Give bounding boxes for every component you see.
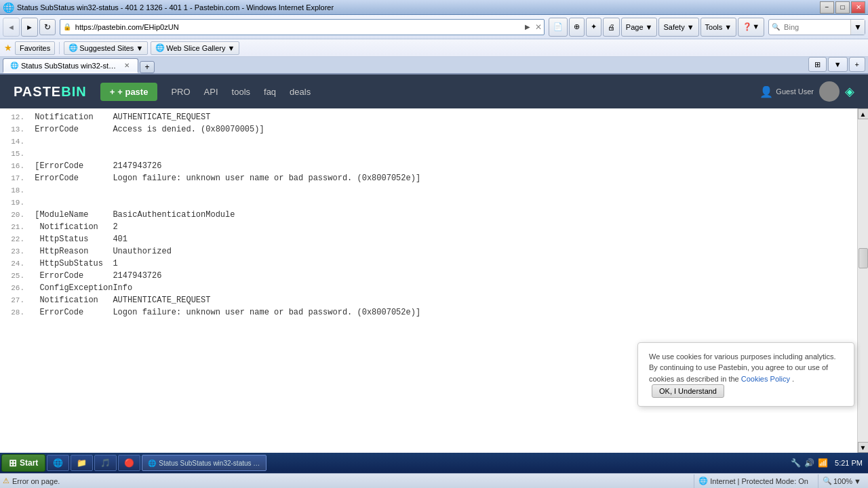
scroll-up-button[interactable]: ▲ bbox=[858, 108, 869, 119]
line-number: 21. bbox=[5, 221, 24, 233]
tab-bar: 🌐 Status SubStatus win32-status - 401 2 … bbox=[0, 57, 868, 75]
code-line: 16. [ErrorCode 2147943726 bbox=[0, 160, 857, 172]
tab-title: Status SubStatus win32-status - 401 2 13… bbox=[21, 62, 120, 70]
new-tab-button[interactable]: + bbox=[140, 61, 155, 73]
taskbar-ie-icon[interactable]: 🌐 bbox=[47, 455, 69, 471]
refresh-address-icon[interactable]: ✕ bbox=[533, 22, 544, 32]
address-input[interactable] bbox=[74, 23, 522, 31]
search-input[interactable] bbox=[783, 23, 850, 31]
refresh-icon: ↻ bbox=[44, 22, 51, 32]
ie-icon: 🌐 bbox=[3, 2, 14, 13]
deals-link[interactable]: deals bbox=[290, 87, 311, 97]
scroll-track[interactable] bbox=[858, 119, 868, 442]
minimize-button[interactable]: − bbox=[820, 1, 834, 14]
line-number: 13. bbox=[5, 123, 24, 136]
page-button[interactable]: Page ▼ bbox=[621, 18, 658, 37]
line-number: 22. bbox=[5, 233, 24, 245]
tab-list-button[interactable]: ▼ bbox=[828, 57, 848, 72]
vertical-scrollbar[interactable]: ▲ ▼ bbox=[857, 108, 868, 453]
tab-icon: 🌐 bbox=[10, 62, 18, 69]
compat-view-button[interactable]: 📄 bbox=[549, 18, 568, 37]
line-number: 19. bbox=[5, 197, 24, 209]
taskbar-icon-3: 🎵 bbox=[100, 458, 111, 468]
error-icon: ⚠ bbox=[3, 476, 9, 485]
back-button[interactable]: ◄ bbox=[3, 18, 20, 37]
ie-icon-small: 🌐 bbox=[68, 43, 78, 52]
line-content: Notification AUTHENTICATE_REQUEST bbox=[30, 111, 210, 123]
zoom-icon: 🔍 bbox=[823, 476, 832, 485]
suggested-sites-button[interactable]: 🌐 Suggested Sites ▼ bbox=[64, 41, 148, 55]
start-button[interactable]: ⊞ Start bbox=[1, 454, 45, 472]
refresh-button[interactable]: ↻ bbox=[39, 19, 56, 35]
safety-button[interactable]: Safety ▼ bbox=[658, 18, 698, 37]
taskbar: ⊞ Start 🌐 📁 🎵 🔴 🌐 Status SubStatus win32… bbox=[0, 453, 868, 473]
cookie-ok-button[interactable]: OK, I Understand bbox=[652, 384, 724, 398]
tray-icon-3[interactable]: 📶 bbox=[817, 458, 828, 468]
quick-tabs-button[interactable]: ⊞ bbox=[808, 57, 827, 72]
api-link[interactable]: API bbox=[204, 87, 218, 97]
code-line: 20. [ModuleName BasicAuthenticationModul… bbox=[0, 209, 857, 221]
window-controls: − □ ✕ bbox=[820, 1, 865, 14]
scroll-down-button[interactable]: ▼ bbox=[858, 442, 869, 453]
line-number: 24. bbox=[5, 258, 24, 270]
restore-button[interactable]: □ bbox=[835, 1, 850, 14]
fav-separator bbox=[59, 42, 60, 54]
taskbar-app-icon[interactable]: 🔴 bbox=[118, 455, 140, 471]
zoom-dropdown-icon[interactable]: ▼ bbox=[854, 477, 861, 485]
faq-link[interactable]: faq bbox=[264, 87, 276, 97]
line-number: 25. bbox=[5, 270, 24, 282]
close-button[interactable]: ✕ bbox=[851, 1, 865, 14]
line-content: Notification 2 bbox=[30, 221, 118, 233]
add-favorites-button[interactable]: ⊕ bbox=[569, 18, 585, 37]
user-area[interactable]: 👤 Guest User bbox=[760, 85, 814, 98]
tray-icon-1[interactable]: 🔧 bbox=[790, 458, 801, 468]
line-content: ConfigExceptionInfo bbox=[30, 282, 132, 294]
code-line: 26. ConfigExceptionInfo bbox=[0, 282, 857, 294]
forward-icon: ► bbox=[26, 23, 33, 31]
new-tab-cmd-button[interactable]: + bbox=[849, 57, 865, 72]
suggested-sites-label: Suggested Sites ▼ bbox=[79, 44, 143, 52]
paste-button[interactable]: + + paste bbox=[100, 83, 158, 101]
security-zone: 🌐 Internet | Protected Mode: On bbox=[694, 474, 812, 488]
start-label: Start bbox=[20, 458, 38, 468]
go-button[interactable]: ▶ bbox=[522, 23, 533, 30]
forward-button[interactable]: ► bbox=[21, 18, 38, 37]
code-line: 27. Notification AUTHENTICATE_REQUEST bbox=[0, 294, 857, 306]
cookies-policy-link[interactable]: Cookies Policy bbox=[741, 375, 790, 383]
help-button[interactable]: ❓▼ bbox=[738, 18, 764, 37]
web-slice-button[interactable]: 🌐 Web Slice Gallery ▼ bbox=[151, 41, 239, 55]
tray-icon-2[interactable]: 🔊 bbox=[804, 458, 814, 468]
code-line: 14. bbox=[0, 136, 857, 148]
line-content: ErrorCode Access is denied. (0x80070005)… bbox=[30, 123, 264, 136]
browser-tab[interactable]: 🌐 Status SubStatus win32-status - 401 2 … bbox=[3, 58, 138, 73]
taskbar-active-window[interactable]: 🌐 Status SubStatus win32-status - 401 2 … bbox=[142, 455, 267, 471]
tab-close-button[interactable]: ✕ bbox=[123, 61, 131, 70]
taskbar-folder-icon[interactable]: 📁 bbox=[71, 455, 93, 471]
print-button[interactable]: 🖨 bbox=[603, 18, 620, 37]
tools-button[interactable]: Tools ▼ bbox=[701, 18, 737, 37]
status-zone: 🌐 Internet | Protected Mode: On 🔍 100% ▼ bbox=[694, 474, 865, 488]
cookie-popup: We use cookies for various purposes incl… bbox=[637, 342, 854, 407]
tools-link[interactable]: tools bbox=[232, 87, 250, 97]
nav-bar: ◄ ► ↻ 🔒 ▶ ✕ 📄 ⊕ ✦ 🖨 Page ▼ Safety ▼ Tool… bbox=[0, 15, 868, 39]
scroll-thumb[interactable] bbox=[859, 248, 868, 268]
zoom-control[interactable]: 🔍 100% ▼ bbox=[818, 474, 865, 488]
pro-link[interactable]: PRO bbox=[171, 87, 190, 97]
feeds-button[interactable]: ✦ bbox=[586, 18, 601, 37]
line-number: 16. bbox=[5, 160, 24, 172]
web-slice-label: Web Slice Gallery ▼ bbox=[166, 44, 235, 52]
search-go-button[interactable]: ▼ bbox=[850, 20, 865, 35]
favorites-button[interactable]: Favorites bbox=[15, 41, 55, 55]
taskbar-icon-2: 📁 bbox=[77, 458, 87, 468]
taskbar-icon-1: 🌐 bbox=[53, 458, 63, 468]
line-number: 27. bbox=[5, 294, 24, 306]
taskbar-media-icon[interactable]: 🎵 bbox=[94, 455, 117, 471]
line-content: [ErrorCode 2147943726 bbox=[30, 160, 161, 172]
back-icon: ◄ bbox=[7, 23, 15, 31]
line-content: [ModuleName BasicAuthenticationModule bbox=[30, 209, 235, 221]
title-bar: 🌐 Status SubStatus win32-status - 401 2 … bbox=[0, 0, 868, 15]
line-content: HttpStatus 401 bbox=[30, 233, 127, 245]
code-line: 22. HttpStatus 401 bbox=[0, 233, 857, 245]
zoom-level: 100% bbox=[833, 477, 852, 485]
points-icon: ◈ bbox=[845, 84, 854, 99]
